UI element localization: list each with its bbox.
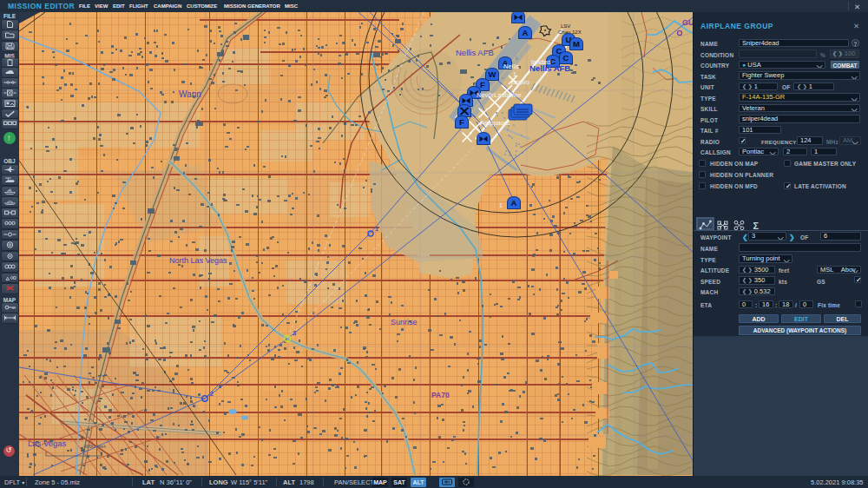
svg-text:A: A xyxy=(523,28,529,37)
svg-text:Sunrise: Sunrise xyxy=(391,318,418,326)
svg-text:Amppaout: Amppaout xyxy=(480,119,510,127)
svg-text:1: 1 xyxy=(513,71,516,77)
svg-text:Wann: Wann xyxy=(179,89,201,99)
svg-text:C: C xyxy=(563,53,569,63)
svg-text:Nellis: Nellis xyxy=(503,63,520,70)
svg-text:1: 1 xyxy=(499,202,503,208)
svg-text:2: 2 xyxy=(210,391,214,397)
svg-text:Nev0rLauborne: Nev0rLauborne xyxy=(477,91,522,99)
svg-text:Bravo: Bravo xyxy=(511,78,529,86)
svg-text:M: M xyxy=(573,39,580,49)
svg-text:Nellis AFB: Nellis AFB xyxy=(529,63,570,73)
svg-text:A: A xyxy=(511,198,517,208)
svg-text:North Las Vegas: North Las Vegas xyxy=(169,256,227,265)
svg-text:Las Vegas: Las Vegas xyxy=(28,439,67,448)
svg-text:GU: GU xyxy=(682,18,693,27)
svg-text:3: 3 xyxy=(293,329,296,337)
svg-text:PA70: PA70 xyxy=(431,391,450,399)
svg-text:1: 1 xyxy=(375,226,378,232)
svg-text:F: F xyxy=(480,80,485,89)
svg-text:LSV: LSV xyxy=(561,23,570,29)
svg-text:W: W xyxy=(489,69,496,79)
svg-text:4000 feet: 4000 feet xyxy=(83,444,106,449)
svg-text:F: F xyxy=(459,117,464,127)
svg-text:Nellis AFB: Nellis AFB xyxy=(456,48,494,57)
